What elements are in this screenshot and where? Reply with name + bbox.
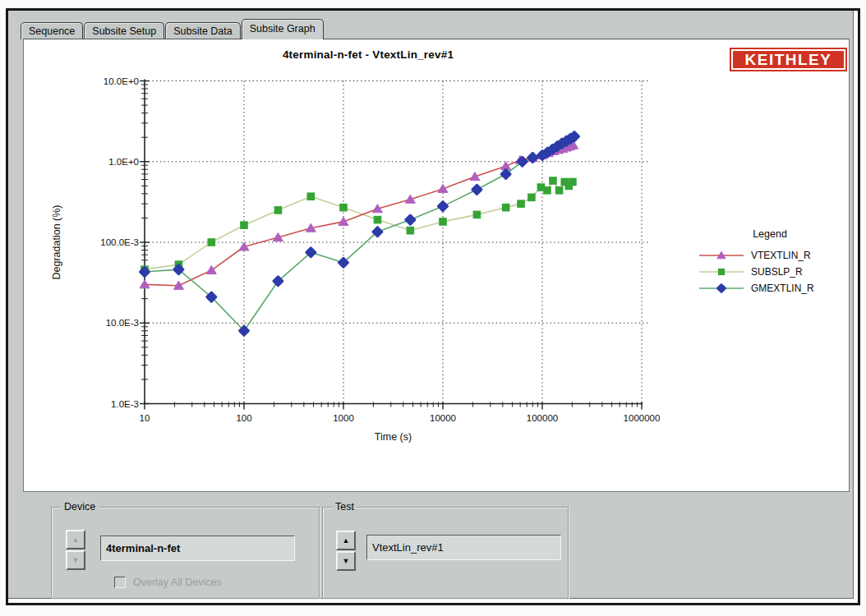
overlay-all-devices-checkbox[interactable] xyxy=(114,577,126,588)
svg-text:100.0E-3: 100.0E-3 xyxy=(100,237,139,247)
test-spinner: ▲ ▼ xyxy=(336,531,356,571)
test-groupbox: Test ▲ ▼ xyxy=(322,507,569,599)
svg-text:10.0E-3: 10.0E-3 xyxy=(106,318,139,328)
test-spinner-down-button[interactable]: ▼ xyxy=(336,551,356,571)
series-VTEXTLIN_R xyxy=(140,140,578,289)
svg-text:100: 100 xyxy=(236,413,251,423)
series-SUBSLP_R xyxy=(140,177,577,274)
svg-text:Degradation (%): Degradation (%) xyxy=(51,205,62,279)
application-window: Sequence Subsite Setup Subsite Data Subs… xyxy=(6,8,860,605)
legend-item-SUBSLP_R: SUBSLP_R xyxy=(698,264,854,280)
svg-text:10.0E+0: 10.0E+0 xyxy=(104,76,139,86)
legend-label: SUBSLP_R xyxy=(751,266,803,278)
device-name-field[interactable] xyxy=(100,536,295,561)
tab-subsite-graph[interactable]: Subsite Graph xyxy=(242,19,324,39)
device-spinner-up-button[interactable]: ▲ xyxy=(66,530,85,549)
graph-panel: 4terminal-n-fet - VtextLin_rev#1 KEITHLE… xyxy=(23,39,850,492)
down-arrow-icon: ▼ xyxy=(343,558,350,565)
svg-text:1000000: 1000000 xyxy=(624,413,661,423)
test-spinner-up-button[interactable]: ▲ xyxy=(336,531,356,550)
svg-text:1000: 1000 xyxy=(333,413,354,423)
legend-label: VTEXTLIN_R xyxy=(751,250,811,261)
device-spinner-down-button[interactable]: ▼ xyxy=(66,550,85,570)
overlay-all-devices-row: Overlay All Devices xyxy=(114,577,222,588)
tab-strip: Sequence Subsite Setup Subsite Data Subs… xyxy=(21,19,325,39)
up-arrow-icon: ▲ xyxy=(343,537,350,545)
svg-text:1.0E-3: 1.0E-3 xyxy=(111,399,139,409)
legend-marker-triangle-icon xyxy=(698,249,745,262)
legend-title: Legend xyxy=(721,228,819,240)
down-arrow-icon: ▼ xyxy=(72,557,80,564)
legend-item-GMEXTLIN_R: GMEXTLIN_R xyxy=(698,280,854,297)
tab-subsite-data[interactable]: Subsite Data xyxy=(165,22,241,39)
legend-item-VTEXTLIN_R: VTEXTLIN_R xyxy=(698,247,854,264)
chart-legend: Legend VTEXTLIN_RSUBSLP_RGMEXTLIN_R xyxy=(698,228,854,297)
legend-marker-diamond-icon xyxy=(698,282,745,295)
up-arrow-icon: ▲ xyxy=(72,536,80,544)
device-spinner: ▲ ▼ xyxy=(66,530,85,570)
test-groupbox-label: Test xyxy=(332,501,357,513)
test-name-field[interactable] xyxy=(366,535,561,560)
svg-text:Time (s): Time (s) xyxy=(375,431,412,443)
svg-text:10: 10 xyxy=(140,413,150,423)
legend-marker-square-icon xyxy=(698,265,745,278)
svg-text:1.0E+0: 1.0E+0 xyxy=(108,157,139,167)
overlay-all-devices-label: Overlay All Devices xyxy=(133,577,222,588)
tab-subsite-setup[interactable]: Subsite Setup xyxy=(84,22,164,39)
device-groupbox-label: Device xyxy=(61,501,99,513)
legend-label: GMEXTLIN_R xyxy=(751,283,814,294)
tab-sequence[interactable]: Sequence xyxy=(21,22,83,39)
svg-text:10000: 10000 xyxy=(430,413,456,423)
device-groupbox: Device ▲ ▼ Overlay All Devices xyxy=(51,507,320,599)
svg-text:100000: 100000 xyxy=(527,413,558,423)
